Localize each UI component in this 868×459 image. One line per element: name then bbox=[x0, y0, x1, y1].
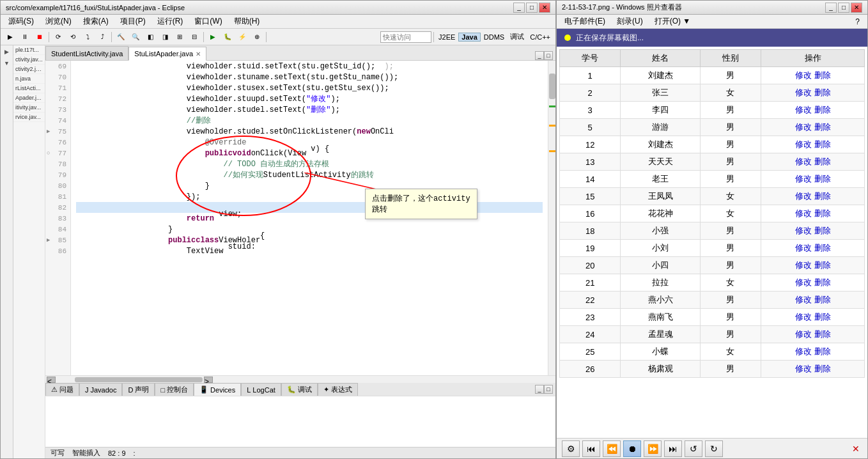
modify-button[interactable]: 修改 bbox=[795, 260, 812, 270]
editor-minimize[interactable]: _ bbox=[535, 51, 544, 60]
photo-first-btn[interactable]: ⏮ bbox=[582, 440, 600, 457]
minimize-button[interactable]: _ bbox=[513, 3, 525, 13]
file-item-4[interactable]: rListActi... bbox=[13, 84, 45, 93]
delete-button[interactable]: 删除 bbox=[814, 105, 831, 114]
delete-button[interactable]: 删除 bbox=[814, 364, 831, 373]
editor-scrollbar[interactable] bbox=[548, 61, 555, 375]
perspective-j2ee[interactable]: J2EE bbox=[436, 33, 458, 41]
delete-button[interactable]: 删除 bbox=[814, 260, 831, 270]
toolbar-btn-2[interactable]: ⏸ bbox=[18, 31, 32, 43]
photo-next-btn[interactable]: ⏩ bbox=[644, 440, 662, 457]
file-item-7[interactable]: rvice.jav... bbox=[13, 113, 45, 122]
delete-button[interactable]: 删除 bbox=[814, 243, 831, 253]
menu-window[interactable]: 窗口(W) bbox=[189, 15, 227, 28]
photo-menu-open[interactable]: 打开(O) ▼ bbox=[649, 15, 696, 28]
delete-button[interactable]: 删除 bbox=[814, 312, 831, 322]
toolbar-btn-11[interactable]: ⊞ bbox=[173, 31, 187, 43]
photo-toolbar-close-btn[interactable]: ✕ bbox=[849, 444, 862, 454]
tab-close-icon[interactable]: ✕ bbox=[196, 51, 201, 58]
horizontal-scrollbar[interactable]: < > bbox=[45, 375, 555, 383]
toolbar-btn-16[interactable]: ⊕ bbox=[250, 31, 264, 43]
modify-button[interactable]: 修改 bbox=[795, 277, 812, 287]
delete-button[interactable]: 删除 bbox=[814, 122, 831, 132]
modify-button[interactable]: 修改 bbox=[795, 191, 812, 201]
toolbar-btn-5[interactable]: ⤵ bbox=[81, 31, 95, 43]
delete-button[interactable]: 删除 bbox=[814, 157, 831, 166]
photo-rotate-left-btn[interactable]: ↺ bbox=[685, 440, 702, 457]
quick-access-input[interactable] bbox=[380, 31, 431, 43]
modify-button[interactable]: 修改 bbox=[795, 122, 812, 132]
toolbar-btn-12[interactable]: ⊟ bbox=[187, 31, 201, 43]
h-scroll-right[interactable]: > bbox=[204, 377, 213, 383]
toolbar-btn-9[interactable]: ◧ bbox=[143, 31, 157, 43]
bottom-tab-devices[interactable]: 📱 Devices bbox=[194, 383, 241, 396]
photo-settings-btn[interactable]: ⚙ bbox=[562, 440, 580, 457]
bottom-tab-expressions[interactable]: ✦ 表达式 bbox=[318, 383, 358, 396]
photo-minimize[interactable]: _ bbox=[825, 3, 837, 13]
perspective-cpp[interactable]: C/C++ bbox=[527, 33, 553, 41]
menu-run[interactable]: 运行(R) bbox=[152, 15, 189, 28]
modify-button[interactable]: 修改 bbox=[795, 329, 812, 339]
delete-button[interactable]: 删除 bbox=[814, 191, 831, 201]
modify-button[interactable]: 修改 bbox=[795, 243, 812, 253]
sidebar-icon-2[interactable]: ▼ bbox=[2, 58, 12, 68]
h-scroll-left[interactable]: < bbox=[47, 377, 56, 383]
file-item-0[interactable]: ple.t17t... bbox=[13, 45, 45, 55]
toolbar-btn-6[interactable]: ⤴ bbox=[95, 31, 109, 43]
delete-button[interactable]: 删除 bbox=[814, 295, 831, 304]
bottom-tab-console[interactable]: □ 控制台 bbox=[155, 383, 194, 396]
photo-menu-burn[interactable]: 刻录(U) bbox=[612, 15, 648, 28]
modify-button[interactable]: 修改 bbox=[795, 346, 812, 356]
modify-button[interactable]: 修改 bbox=[795, 295, 812, 304]
file-item-5[interactable]: Apader.j... bbox=[13, 93, 45, 103]
perspective-ddms[interactable]: DDMS bbox=[481, 33, 507, 41]
toolbar-btn-10[interactable]: ◨ bbox=[158, 31, 172, 43]
delete-button[interactable]: 删除 bbox=[814, 277, 831, 287]
perspective-debug[interactable]: 调试 bbox=[508, 32, 527, 42]
sidebar-icon-1[interactable]: ▶ bbox=[2, 47, 12, 57]
menu-help[interactable]: 帮助(H) bbox=[229, 15, 265, 28]
modify-button[interactable]: 修改 bbox=[795, 88, 812, 97]
toolbar-btn-3[interactable]: ⟳ bbox=[51, 31, 65, 43]
toolbar-btn-14[interactable]: 🐛 bbox=[221, 31, 235, 43]
scroll-thumb[interactable] bbox=[549, 74, 555, 99]
toolbar-btn-4[interactable]: ⟲ bbox=[66, 31, 80, 43]
code-editor[interactable]: 69 70 71 72 73 74 75 76 77 78 79 80 81 8… bbox=[45, 61, 555, 375]
tab-student-list[interactable]: StudentListActivity.java bbox=[45, 46, 128, 60]
bottom-maximize[interactable]: □ bbox=[544, 385, 553, 394]
modify-button[interactable]: 修改 bbox=[795, 157, 812, 166]
toolbar-btn-run[interactable]: ▶ bbox=[206, 31, 220, 43]
toolbar-btn-1[interactable]: ▶ bbox=[3, 31, 17, 43]
modify-button[interactable]: 修改 bbox=[795, 139, 812, 149]
file-item-6[interactable]: itivity.jav... bbox=[13, 103, 45, 113]
photo-menu-email[interactable]: 电子邮件(E) bbox=[559, 15, 610, 28]
bottom-tab-debug[interactable]: 🐛 调试 bbox=[281, 383, 318, 396]
menu-browse[interactable]: 浏览(N) bbox=[40, 15, 77, 28]
tab-stulist-apader[interactable]: StuListApader.java ✕ bbox=[128, 47, 206, 61]
photo-help-btn[interactable]: ? bbox=[850, 16, 865, 27]
modify-button[interactable]: 修改 bbox=[795, 226, 812, 235]
bottom-minimize[interactable]: _ bbox=[535, 385, 544, 394]
h-scroll-thumb[interactable] bbox=[75, 377, 203, 382]
modify-button[interactable]: 修改 bbox=[795, 70, 812, 80]
bottom-tab-logcat[interactable]: L LogCat bbox=[241, 383, 281, 396]
menu-search[interactable]: 搜索(A) bbox=[78, 15, 114, 28]
close-button[interactable]: ✕ bbox=[539, 3, 550, 13]
toolbar-btn-stop[interactable]: ⏹ bbox=[33, 31, 47, 43]
delete-button[interactable]: 删除 bbox=[814, 88, 831, 97]
menu-project[interactable]: 项目(P) bbox=[115, 15, 151, 28]
bottom-tab-problems[interactable]: ⚠ 问题 bbox=[45, 383, 79, 396]
photo-play-btn[interactable]: ⏺ bbox=[623, 440, 641, 457]
photo-close[interactable]: ✕ bbox=[851, 3, 862, 13]
bottom-tab-javadoc[interactable]: J Javadoc bbox=[79, 383, 122, 396]
bottom-tab-declaration[interactable]: D 声明 bbox=[122, 383, 155, 396]
photo-maximize[interactable]: □ bbox=[838, 3, 849, 13]
perspective-java[interactable]: Java bbox=[458, 33, 480, 42]
modify-button[interactable]: 修改 bbox=[795, 174, 812, 183]
delete-button[interactable]: 删除 bbox=[814, 70, 831, 80]
file-item-1[interactable]: ctivity.jav... bbox=[13, 55, 45, 65]
delete-button[interactable]: 删除 bbox=[814, 174, 831, 183]
delete-button[interactable]: 删除 bbox=[814, 329, 831, 339]
photo-last-btn[interactable]: ⏭ bbox=[664, 440, 682, 457]
file-item-3[interactable]: n.java bbox=[13, 74, 45, 84]
